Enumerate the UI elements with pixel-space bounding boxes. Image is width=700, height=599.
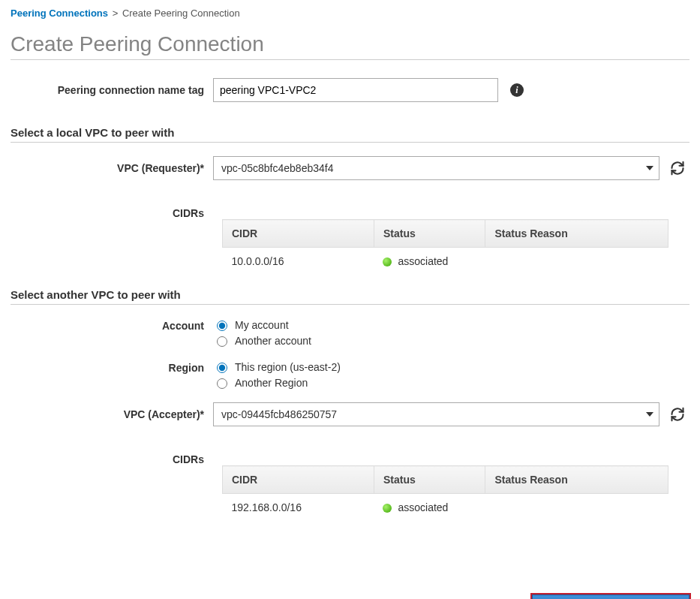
col-reason: Status Reason	[485, 220, 668, 248]
breadcrumb-parent-link[interactable]: Peering Connections	[11, 8, 108, 19]
row-accepter-cidrs: CIDRs	[11, 446, 689, 465]
select-vpc-requester[interactable]: vpc-05c8bfc4eb8eb34f4	[213, 156, 659, 180]
label-account: Account	[11, 318, 213, 332]
cell-cidr: 192.168.0.0/16	[223, 494, 374, 522]
label-requester-cidrs: CIDRs	[11, 200, 213, 219]
refresh-icon[interactable]	[670, 161, 685, 176]
row-vpc-accepter: VPC (Accepter)* vpc-09445fcb486250757	[11, 402, 689, 426]
breadcrumb: Peering Connections > Create Peering Con…	[11, 8, 689, 19]
status-dot-icon	[383, 257, 392, 266]
radio-another-region[interactable]: Another Region	[213, 376, 341, 389]
breadcrumb-current: Create Peering Connection	[122, 8, 240, 19]
heading-other-vpc: Select another VPC to peer with	[11, 288, 689, 301]
table-accepter-cidrs: CIDR Status Status Reason 192.168.0.0/16…	[222, 465, 668, 521]
label-region: Region	[11, 360, 213, 374]
cell-reason	[485, 248, 668, 275]
select-vpc-requester-value: vpc-05c8bfc4eb8eb34f4	[221, 162, 333, 174]
label-vpc-requester: VPC (Requester)*	[11, 162, 213, 174]
cell-status: associated	[374, 248, 485, 275]
create-peering-button[interactable]: Create Peering Connection	[532, 594, 689, 599]
table-row: 10.0.0.0/16 associated	[223, 248, 668, 275]
cell-status: associated	[374, 494, 485, 522]
col-cidr: CIDR	[223, 466, 374, 494]
table-requester-cidrs: CIDR Status Status Reason 10.0.0.0/16 as…	[222, 219, 668, 275]
label-vpc-accepter: VPC (Accepter)*	[11, 408, 213, 420]
input-name-tag[interactable]	[213, 78, 498, 102]
col-cidr: CIDR	[223, 220, 374, 248]
chevron-down-icon	[646, 412, 653, 417]
breadcrumb-separator: >	[113, 8, 119, 19]
label-accepter-cidrs: CIDRs	[11, 446, 213, 465]
radio-another-account[interactable]: Another account	[213, 334, 311, 347]
select-vpc-accepter[interactable]: vpc-09445fcb486250757	[213, 402, 659, 426]
info-icon[interactable]: i	[510, 83, 524, 97]
col-status: Status	[374, 220, 485, 248]
col-reason: Status Reason	[485, 466, 668, 494]
radio-this-region[interactable]: This region (us-east-2)	[213, 360, 341, 373]
row-account: Account My account Another account	[11, 318, 689, 350]
label-name-tag: Peering connection name tag	[11, 84, 213, 96]
cell-cidr: 10.0.0.0/16	[223, 248, 374, 275]
title-divider	[11, 59, 689, 60]
col-status: Status	[374, 466, 485, 494]
row-region: Region This region (us-east-2) Another R…	[11, 360, 689, 392]
divider-local	[11, 142, 689, 143]
refresh-icon[interactable]	[670, 407, 685, 422]
cell-reason	[485, 494, 668, 522]
select-vpc-accepter-value: vpc-09445fcb486250757	[221, 408, 337, 420]
chevron-down-icon	[646, 166, 653, 170]
page-title: Create Peering Connection	[11, 32, 689, 56]
table-row: 192.168.0.0/16 associated	[223, 494, 668, 522]
heading-local-vpc: Select a local VPC to peer with	[11, 126, 689, 139]
row-requester-cidrs: CIDRs	[11, 200, 689, 219]
status-dot-icon	[383, 504, 392, 513]
radio-my-account[interactable]: My account	[213, 318, 311, 331]
row-name-tag: Peering connection name tag i	[11, 78, 689, 102]
divider-other	[11, 304, 689, 305]
row-vpc-requester: VPC (Requester)* vpc-05c8bfc4eb8eb34f4	[11, 156, 689, 180]
footer: * Required Cancel Create Peering Connect…	[11, 588, 689, 599]
